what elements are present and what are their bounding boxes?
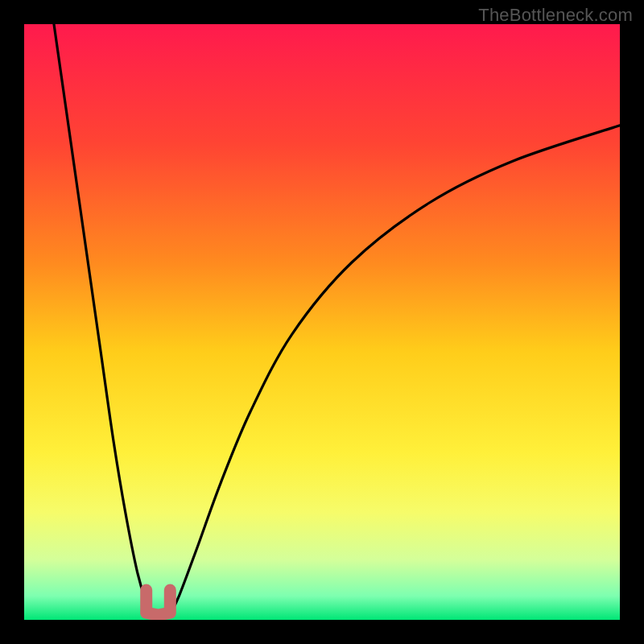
watermark-text: TheBottleneck.com [478, 5, 633, 26]
outer-frame: TheBottleneck.com [0, 0, 644, 644]
plot-area [24, 24, 620, 620]
gradient-background [24, 24, 620, 620]
bottleneck-curve-chart [24, 24, 620, 620]
